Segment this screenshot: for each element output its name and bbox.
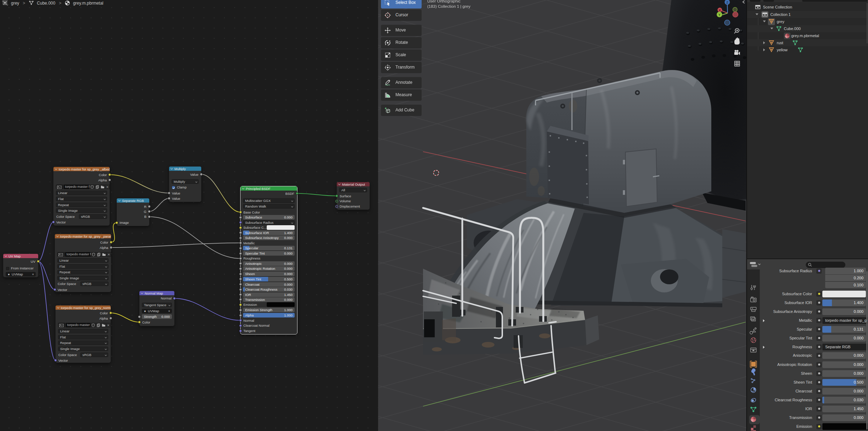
svg-text:Y: Y	[718, 13, 721, 17]
svg-text:X: X	[719, 8, 721, 12]
svg-text:Z: Z	[726, 1, 728, 4]
